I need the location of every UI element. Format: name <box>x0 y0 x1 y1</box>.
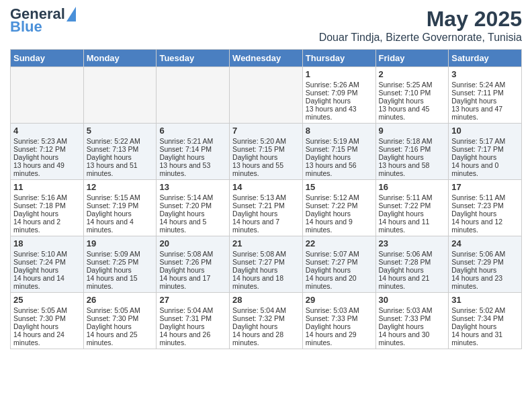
sunset-text: Sunset: 7:11 PM <box>451 89 519 97</box>
daylight-text: 13 hours and 58 minutes. <box>379 161 446 177</box>
sunset-text: Sunset: 7:15 PM <box>306 145 373 153</box>
sunrise-text: Sunrise: 5:25 AM <box>379 81 446 89</box>
day-number: 26 <box>87 295 154 305</box>
day-number: 17 <box>451 182 519 192</box>
page-title: May 2025 <box>319 7 522 32</box>
day-number: 27 <box>159 295 226 305</box>
day-number: 11 <box>13 182 81 192</box>
daylight-label: Daylight hours <box>451 97 519 105</box>
sunrise-text: Sunrise: 5:05 AM <box>87 306 154 314</box>
daylight-text: 14 hours and 26 minutes. <box>159 330 226 347</box>
calendar-week-row: 25Sunrise: 5:05 AMSunset: 7:30 PMDayligh… <box>11 293 522 349</box>
daylight-text: 14 hours and 7 minutes. <box>232 218 300 234</box>
daylight-label: Daylight hours <box>451 322 519 330</box>
calendar-cell: 7Sunrise: 5:20 AMSunset: 7:15 PMDaylight… <box>230 124 303 180</box>
sunset-text: Sunset: 7:26 PM <box>159 258 226 266</box>
sunrise-text: Sunrise: 5:09 AM <box>87 250 154 258</box>
sunset-text: Sunset: 7:14 PM <box>159 145 226 153</box>
daylight-label: Daylight hours <box>232 153 300 161</box>
sunrise-text: Sunrise: 5:10 AM <box>13 250 81 258</box>
calendar-cell: 10Sunrise: 5:17 AMSunset: 7:17 PMDayligh… <box>449 124 522 180</box>
daylight-label: Daylight hours <box>379 210 446 218</box>
sunrise-text: Sunrise: 5:03 AM <box>306 306 373 314</box>
daylight-text: 14 hours and 17 minutes. <box>159 274 226 290</box>
calendar-cell: 30Sunrise: 5:03 AMSunset: 7:33 PMDayligh… <box>375 293 449 349</box>
daylight-text: 14 hours and 23 minutes. <box>451 274 519 290</box>
daylight-label: Daylight hours <box>232 210 300 218</box>
weekday-header: Friday <box>375 50 449 67</box>
calendar-cell: 29Sunrise: 5:03 AMSunset: 7:33 PMDayligh… <box>302 293 375 349</box>
sunrise-text: Sunrise: 5:18 AM <box>379 137 446 145</box>
daylight-text: 13 hours and 56 minutes. <box>306 161 373 177</box>
day-number: 22 <box>306 238 373 248</box>
daylight-label: Daylight hours <box>13 322 81 330</box>
sunset-text: Sunset: 7:34 PM <box>451 314 519 322</box>
sunset-text: Sunset: 7:16 PM <box>379 145 446 153</box>
sunrise-text: Sunrise: 5:06 AM <box>451 250 519 258</box>
calendar-cell: 16Sunrise: 5:11 AMSunset: 7:22 PMDayligh… <box>375 180 449 236</box>
weekday-header: Monday <box>83 50 157 67</box>
calendar-cell <box>11 67 84 124</box>
weekday-header: Saturday <box>449 50 522 67</box>
sunset-text: Sunset: 7:29 PM <box>451 258 519 266</box>
daylight-label: Daylight hours <box>13 266 81 274</box>
calendar-cell: 28Sunrise: 5:04 AMSunset: 7:32 PMDayligh… <box>230 293 303 349</box>
sunrise-text: Sunrise: 5:06 AM <box>379 250 446 258</box>
daylight-text: 14 hours and 31 minutes. <box>451 330 519 347</box>
sunrise-text: Sunrise: 5:04 AM <box>232 306 300 314</box>
daylight-label: Daylight hours <box>306 322 373 330</box>
logo-blue: Blue <box>10 19 42 34</box>
sunrise-text: Sunrise: 5:26 AM <box>306 81 373 89</box>
day-number: 8 <box>306 126 373 136</box>
daylight-text: 14 hours and 12 minutes. <box>451 218 519 234</box>
daylight-label: Daylight hours <box>13 210 81 218</box>
daylight-label: Daylight hours <box>306 97 373 105</box>
daylight-label: Daylight hours <box>451 266 519 274</box>
title-area: May 2025 Douar Tindja, Bizerte Governora… <box>319 7 522 44</box>
day-number: 1 <box>306 69 373 79</box>
daylight-label: Daylight hours <box>87 210 154 218</box>
calendar-cell: 22Sunrise: 5:07 AMSunset: 7:27 PMDayligh… <box>302 236 375 293</box>
calendar-week-row: 1Sunrise: 5:26 AMSunset: 7:09 PMDaylight… <box>11 67 522 124</box>
day-number: 14 <box>232 182 300 192</box>
sunrise-text: Sunrise: 5:03 AM <box>379 306 446 314</box>
sunrise-text: Sunrise: 5:14 AM <box>159 193 226 201</box>
sunrise-text: Sunrise: 5:22 AM <box>87 137 154 145</box>
sunset-text: Sunset: 7:20 PM <box>159 201 226 210</box>
calendar-cell: 1Sunrise: 5:26 AMSunset: 7:09 PMDaylight… <box>302 67 375 124</box>
daylight-text: 14 hours and 30 minutes. <box>379 330 446 347</box>
daylight-label: Daylight hours <box>379 153 446 161</box>
calendar-cell: 25Sunrise: 5:05 AMSunset: 7:30 PMDayligh… <box>11 293 84 349</box>
sunrise-text: Sunrise: 5:08 AM <box>159 250 226 258</box>
sunset-text: Sunset: 7:22 PM <box>306 201 373 210</box>
day-number: 18 <box>13 238 81 248</box>
sunset-text: Sunset: 7:23 PM <box>451 201 519 210</box>
daylight-text: 14 hours and 5 minutes. <box>159 218 226 234</box>
weekday-header: Wednesday <box>230 50 303 67</box>
day-number: 23 <box>379 238 446 248</box>
sunrise-text: Sunrise: 5:02 AM <box>451 306 519 314</box>
sunset-text: Sunset: 7:17 PM <box>451 145 519 153</box>
calendar-cell: 2Sunrise: 5:25 AMSunset: 7:10 PMDaylight… <box>375 67 449 124</box>
calendar-cell <box>230 67 303 124</box>
daylight-text: 13 hours and 53 minutes. <box>159 161 226 177</box>
sunset-text: Sunset: 7:10 PM <box>379 89 446 97</box>
sunrise-text: Sunrise: 5:12 AM <box>306 193 373 201</box>
sunrise-text: Sunrise: 5:16 AM <box>13 193 81 201</box>
day-number: 31 <box>451 295 519 305</box>
calendar-cell: 3Sunrise: 5:24 AMSunset: 7:11 PMDaylight… <box>449 67 522 124</box>
sunset-text: Sunset: 7:30 PM <box>87 314 154 322</box>
day-number: 4 <box>13 126 81 136</box>
calendar-cell: 14Sunrise: 5:13 AMSunset: 7:21 PMDayligh… <box>230 180 303 236</box>
daylight-text: 13 hours and 55 minutes. <box>232 161 300 177</box>
day-number: 2 <box>379 69 446 79</box>
calendar-cell: 26Sunrise: 5:05 AMSunset: 7:30 PMDayligh… <box>83 293 157 349</box>
daylight-text: 14 hours and 15 minutes. <box>87 274 154 290</box>
weekday-header: Sunday <box>11 50 84 67</box>
calendar-cell: 13Sunrise: 5:14 AMSunset: 7:20 PMDayligh… <box>157 180 230 236</box>
sunset-text: Sunset: 7:22 PM <box>379 201 446 210</box>
sunset-text: Sunset: 7:33 PM <box>306 314 373 322</box>
sunset-text: Sunset: 7:09 PM <box>306 89 373 97</box>
day-number: 24 <box>451 238 519 248</box>
day-number: 21 <box>232 238 300 248</box>
